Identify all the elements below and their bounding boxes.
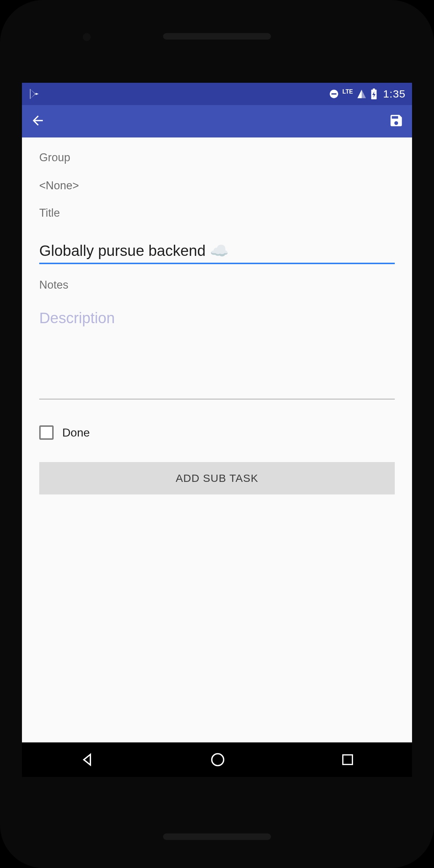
title-input[interactable] — [39, 242, 395, 264]
bezel-speaker — [163, 33, 271, 40]
bezel-speaker-bottom — [163, 833, 271, 840]
svg-point-4 — [212, 754, 223, 766]
battery-charging-icon — [370, 89, 378, 99]
save-button[interactable] — [388, 113, 405, 130]
app-bar — [22, 105, 412, 137]
done-checkbox[interactable] — [39, 425, 54, 440]
arrow-back-icon — [30, 113, 45, 130]
svg-rect-5 — [343, 755, 352, 765]
add-subtask-button[interactable]: ADD SUB TASK — [39, 462, 395, 494]
group-value[interactable]: <None> — [39, 179, 395, 192]
android-nav-bar — [22, 742, 412, 777]
form-content: Group <None> Title Notes Done ADD SUB TA… — [22, 137, 412, 494]
nav-recent-button[interactable] — [340, 752, 355, 767]
bezel-camera — [83, 33, 91, 41]
save-icon — [389, 113, 404, 130]
nav-back-button[interactable] — [79, 752, 95, 768]
play-store-icon — [28, 88, 41, 100]
network-lte-label: LTE — [343, 89, 353, 95]
done-label: Done — [62, 426, 90, 439]
phone-frame: LTE 1:35 — [0, 0, 434, 868]
circle-home-icon — [210, 752, 226, 768]
notes-label: Notes — [39, 279, 395, 291]
done-row[interactable]: Done — [39, 425, 395, 440]
svg-rect-1 — [331, 93, 336, 95]
status-bar: LTE 1:35 — [22, 83, 412, 105]
notes-input[interactable] — [39, 309, 395, 399]
cellular-signal-icon — [357, 89, 367, 99]
back-button[interactable] — [29, 113, 46, 130]
square-recent-icon — [340, 752, 355, 767]
nav-home-button[interactable] — [210, 752, 226, 768]
group-label: Group — [39, 151, 395, 164]
status-time: 1:35 — [383, 88, 406, 100]
screen: LTE 1:35 — [22, 83, 412, 777]
triangle-back-icon — [79, 752, 95, 768]
svg-rect-3 — [373, 89, 375, 90]
do-not-disturb-icon — [329, 89, 339, 99]
title-label: Title — [39, 207, 395, 220]
